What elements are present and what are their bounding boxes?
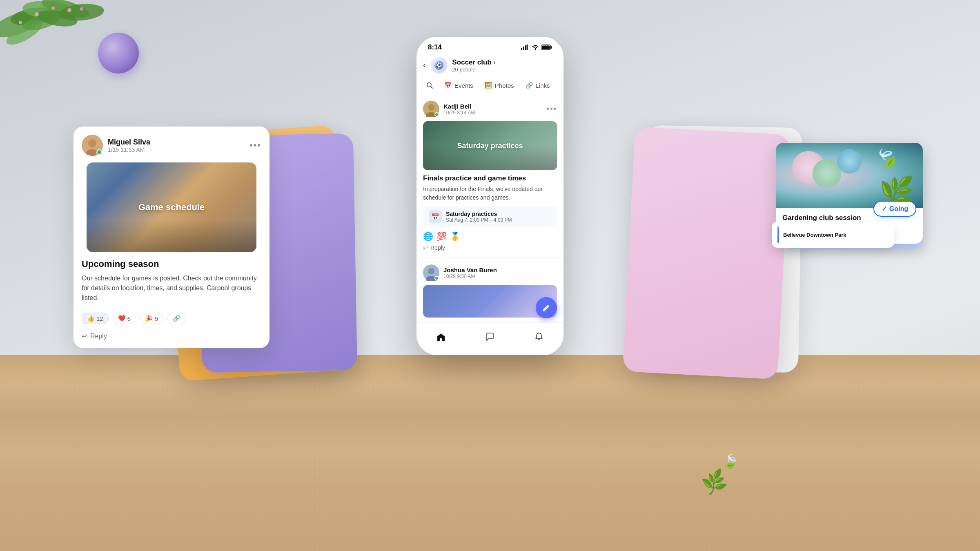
status-bar: 8:14 xyxy=(416,37,564,55)
post1-banner: Saturday practices xyxy=(423,121,557,170)
links-icon: 🔗 xyxy=(526,82,533,89)
tab-photos[interactable]: 🖼️ Photos xyxy=(479,78,520,94)
feed-post-1: Kadji Bell 10/29 8:14 AM ••• Saturday pr… xyxy=(416,94,564,258)
post1-title: Finals practice and game times xyxy=(423,174,557,182)
user-name: Miguel Silva xyxy=(108,138,150,147)
svg-text:⚽: ⚽ xyxy=(436,62,443,69)
post1-time: 10/29 8:14 AM xyxy=(443,110,475,116)
leaf-icon-small: 🍃 xyxy=(872,143,902,173)
group-members: 20 people xyxy=(452,67,557,73)
group-info: Soccer club › 20 people xyxy=(452,58,557,73)
bellevue-event-title: Bellevue Downtown Park xyxy=(783,232,846,238)
post1-body: In preparation for the Finals, we've upd… xyxy=(423,185,557,202)
reply-label: Reply xyxy=(90,333,107,340)
status-time: 8:14 xyxy=(428,43,442,51)
post1-reply-button[interactable]: ↩ Reply xyxy=(423,244,557,251)
nav-home-button[interactable] xyxy=(431,327,451,347)
post2-user-name: Joshua Van Buren xyxy=(443,267,497,273)
phone-nav-bar: ‹ ⚽ Soccer club › 20 people xyxy=(416,55,564,78)
reaction-count: 6 xyxy=(127,315,131,322)
tab-search[interactable] xyxy=(421,78,439,94)
bellevue-event-card[interactable]: Bellevue Downtown Park xyxy=(772,222,894,248)
avatar-wrap xyxy=(82,135,103,156)
svg-rect-18 xyxy=(525,45,526,50)
bg-card-pink xyxy=(623,127,791,379)
right-event-stack: 🌿 🍃 ✓ Going Gardening club session 4:00 … xyxy=(776,143,923,244)
battery-icon xyxy=(541,44,552,50)
nav-messages-button[interactable] xyxy=(480,327,500,347)
going-label: Going xyxy=(889,205,908,213)
wood-table-surface xyxy=(0,355,980,551)
post2-online-indicator xyxy=(434,276,439,280)
main-phone: 8:14 ‹ xyxy=(416,37,564,355)
reactions-row: 👍 12 ❤️ 6 🎉 5 🔗 xyxy=(74,309,270,329)
post2-user-meta: Joshua Van Buren 10/29 9:30 AM xyxy=(443,267,497,279)
edit-icon xyxy=(542,303,551,312)
reaction-party[interactable]: 🎉 5 xyxy=(140,313,163,324)
svg-line-26 xyxy=(431,87,432,88)
post2-time: 10/29 9:30 AM xyxy=(443,273,497,279)
post-user-info: Miguel Silva 1/15 11:33 AM xyxy=(82,135,150,156)
event-bar-indicator xyxy=(777,227,779,243)
gardening-event-card: 🌿 🍃 ✓ Going Gardening club session 4:00 … xyxy=(776,143,923,244)
event-time: Sat Aug 7, 2:00 PM – 4:00 PM xyxy=(446,217,512,223)
search-icon xyxy=(426,82,433,89)
bellevue-event-info: Bellevue Downtown Park xyxy=(783,232,846,238)
user-meta: Miguel Silva 1/15 11:33 AM xyxy=(108,138,150,153)
svg-point-28 xyxy=(428,104,434,111)
reply-icon: ↩ xyxy=(82,332,87,340)
reaction-heart[interactable]: ❤️ 6 xyxy=(113,313,136,324)
post1-header: Kadji Bell 10/29 8:14 AM ••• xyxy=(423,101,557,117)
going-badge[interactable]: ✓ Going xyxy=(873,201,916,217)
post-content: Upcoming season Our schedule for games i… xyxy=(74,252,270,309)
reaction-count: 5 xyxy=(155,315,158,322)
post1-online-indicator xyxy=(434,112,439,117)
reply-label: Reply xyxy=(430,244,445,251)
reaction-100[interactable]: 💯 xyxy=(437,231,447,241)
post1-banner-label: Saturday practices xyxy=(457,142,523,150)
post1-event-card[interactable]: 📅 Saturday practices Sat Aug 7, 2:00 PM … xyxy=(423,206,557,227)
post1-more-button[interactable]: ••• xyxy=(547,105,557,113)
svg-point-31 xyxy=(428,268,434,274)
more-options-button[interactable]: ••• xyxy=(249,140,261,151)
svg-rect-19 xyxy=(527,44,528,50)
wifi-icon xyxy=(532,44,539,50)
home-icon xyxy=(436,332,446,342)
gardening-image-bg: 🌿 🍃 xyxy=(776,143,923,208)
leaf-decoration-2: 🍃 xyxy=(722,453,740,471)
back-button[interactable]: ‹ xyxy=(423,60,426,71)
reaction-thumbs-up[interactable]: 👍 12 xyxy=(82,313,109,324)
nav-notifications-button[interactable] xyxy=(529,327,549,347)
post1-user-meta: Kadji Bell 10/29 8:14 AM xyxy=(443,103,475,116)
photos-icon: 🖼️ xyxy=(485,82,492,89)
post-image-label: Game schedule xyxy=(138,202,205,213)
status-icons xyxy=(521,44,552,50)
svg-rect-22 xyxy=(542,46,550,49)
post-body: Our schedule for games is posted. Check … xyxy=(82,273,261,303)
chat-icon xyxy=(485,332,495,342)
signal-icon xyxy=(521,44,529,50)
heart-icon: ❤️ xyxy=(118,315,126,322)
online-indicator xyxy=(96,149,102,155)
chevron-right-icon: › xyxy=(493,59,495,66)
tab-links[interactable]: 🔗 Links xyxy=(520,78,556,94)
post1-reactions: 🌐 💯 🥇 xyxy=(423,231,557,241)
purple-ball-decoration xyxy=(98,33,139,73)
tab-events[interactable]: 📅 Events xyxy=(439,78,479,94)
deco-circle-3 xyxy=(837,149,862,173)
reaction-share[interactable]: 🔗 xyxy=(167,313,186,324)
reaction-globe[interactable]: 🌐 xyxy=(423,231,433,241)
post-banner-image: Game schedule xyxy=(87,162,256,252)
group-icon: ⚽ xyxy=(431,57,447,73)
share-icon: 🔗 xyxy=(173,315,180,322)
reply-button[interactable]: ↩ Reply xyxy=(74,329,270,340)
checkmark-icon: ✓ xyxy=(882,205,887,213)
compose-fab-button[interactable] xyxy=(536,297,557,318)
event-calendar-icon: 📅 xyxy=(429,210,442,223)
svg-rect-16 xyxy=(521,48,522,50)
tab-bar: 📅 Events 🖼️ Photos 🔗 Links xyxy=(416,78,564,94)
feed-container: Kadji Bell 10/29 8:14 AM ••• Saturday pr… xyxy=(416,94,564,331)
post-time: 1/15 11:33 AM xyxy=(108,147,150,153)
reaction-count: 12 xyxy=(96,315,103,322)
reaction-medal[interactable]: 🥇 xyxy=(450,231,460,241)
